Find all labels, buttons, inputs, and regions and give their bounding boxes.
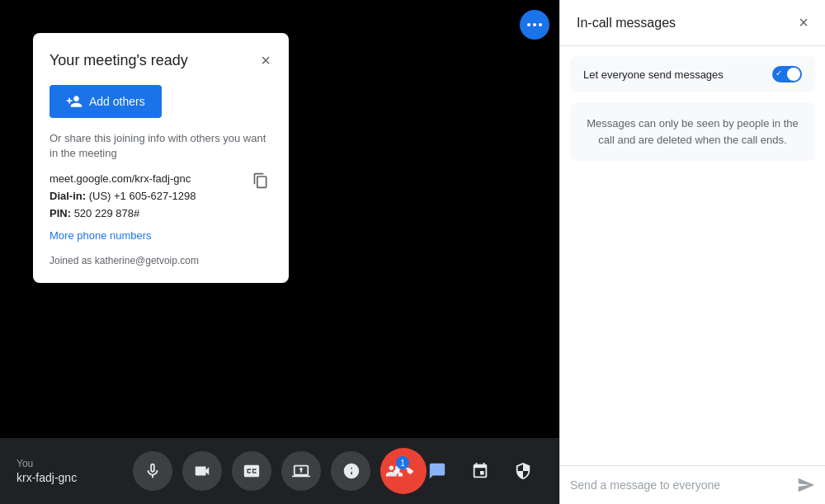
camera-button[interactable] [182, 451, 222, 491]
popup-title: Your meeting's ready [50, 52, 188, 69]
present-button[interactable] [281, 451, 321, 491]
panel-footer [560, 465, 825, 504]
pin-line: PIN: 520 229 878# [50, 205, 196, 223]
add-person-icon [66, 93, 82, 110]
meeting-link-info: meet.google.com/krx-fadj-gnc Dial-in: (U… [50, 171, 196, 222]
joined-as-text: Joined as katherine@getvoip.com [50, 255, 272, 266]
message-input[interactable] [570, 478, 790, 492]
dots-icon [527, 23, 542, 26]
panel-title: In-call messages [577, 16, 676, 31]
send-icon [797, 476, 815, 494]
meeting-link-row: meet.google.com/krx-fadj-gnc Dial-in: (U… [50, 171, 272, 222]
meeting-info-left: You krx-fadj-gnc [16, 458, 77, 484]
add-others-button[interactable]: Add others [50, 85, 162, 118]
chat-icon [428, 462, 446, 480]
panel-close-button[interactable]: × [799, 13, 808, 32]
activities-icon [471, 462, 489, 480]
pin-number: 520 229 878# [74, 207, 140, 219]
popup-close-button[interactable]: × [259, 49, 272, 72]
meeting-info-button[interactable] [332, 451, 371, 491]
meeting-code: krx-fadj-gnc [16, 471, 77, 484]
panel-header: In-call messages × [560, 0, 825, 46]
pin-label: PIN: [50, 207, 71, 219]
safety-button[interactable] [503, 451, 543, 491]
dial-in-label: Dial-in: [50, 190, 86, 202]
info-icon [342, 462, 361, 480]
activities-button[interactable] [460, 451, 500, 491]
people-badge: 1 [396, 456, 409, 469]
video-more-options-button[interactable] [520, 10, 549, 40]
messages-panel: In-call messages × Let everyone send mes… [559, 0, 825, 504]
people-button[interactable]: 1 [375, 451, 414, 491]
toggle-row: Let everyone send messages ✓ [570, 56, 815, 92]
popup-header: Your meeting's ready × [50, 49, 272, 72]
share-text: Or share this joining info with others y… [50, 131, 272, 161]
close-icon: × [261, 51, 271, 70]
right-controls: 1 [332, 451, 543, 491]
toggle-switch[interactable]: ✓ [772, 66, 802, 82]
panel-close-icon: × [799, 13, 808, 32]
mic-button[interactable] [133, 451, 172, 491]
send-button[interactable] [797, 476, 815, 494]
meeting-ready-popup: Your meeting's ready × Add others Or sha… [33, 33, 289, 283]
captions-icon [243, 462, 261, 480]
safety-icon [514, 462, 532, 480]
bottom-bar: You krx-fadj-gnc [0, 438, 559, 504]
copy-button[interactable] [249, 169, 272, 195]
checkmark-icon: ✓ [776, 68, 782, 78]
mic-icon [144, 462, 162, 480]
info-box: Messages can only be seen by people in t… [570, 102, 815, 161]
toggle-label: Let everyone send messages [583, 68, 724, 81]
add-others-label: Add others [89, 95, 145, 108]
dial-in-line: Dial-in: (US) +1 605-627-1298 [50, 188, 196, 205]
present-icon [292, 462, 310, 480]
chat-button[interactable] [417, 451, 457, 491]
participant-name: You [16, 458, 77, 469]
captions-button[interactable] [232, 451, 271, 491]
meeting-link: meet.google.com/krx-fadj-gnc [50, 171, 196, 188]
panel-content: Let everyone send messages ✓ Messages ca… [560, 46, 825, 465]
dial-in-number: (US) +1 605-627-1298 [89, 190, 196, 202]
copy-icon [252, 172, 269, 189]
more-numbers-link[interactable]: More phone numbers [50, 229, 272, 242]
camera-icon [193, 462, 211, 480]
